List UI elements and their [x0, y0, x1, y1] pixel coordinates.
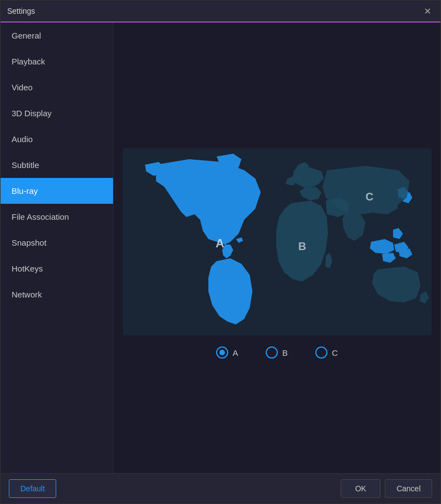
region-b-radio[interactable] [266, 346, 278, 359]
sidebar-item-general[interactable]: General [1, 23, 113, 48]
sidebar-item-hotkeys[interactable]: HotKeys [1, 256, 113, 281]
sidebar-item-snapshot[interactable]: Snapshot [1, 230, 113, 256]
title-bar: Settings ✕ [1, 1, 440, 23]
region-a-option[interactable]: A [216, 346, 238, 359]
close-button[interactable]: ✕ [421, 4, 434, 18]
default-button[interactable]: Default [9, 479, 56, 498]
content-area: General Playback Video 3D Display Audio … [1, 23, 440, 473]
region-a-label: A [233, 348, 238, 357]
main-panel: A B C A B C [114, 23, 440, 473]
region-c-option[interactable]: C [315, 346, 338, 359]
button-group: OK Cancel [341, 479, 432, 498]
sidebar-item-playback[interactable]: Playback [1, 48, 113, 74]
region-b-label: B [282, 348, 288, 357]
ok-button[interactable]: OK [341, 479, 380, 498]
cancel-button[interactable]: Cancel [385, 479, 432, 498]
sidebar-item-file-association[interactable]: File Association [1, 204, 113, 230]
sidebar-item-bluray[interactable]: Blu-ray [1, 178, 113, 204]
window-title: Settings [7, 7, 35, 15]
region-a-radio[interactable] [216, 346, 228, 359]
region-radio-group: A B C [216, 346, 338, 359]
sidebar-item-network[interactable]: Network [1, 281, 113, 307]
region-c-radio[interactable] [315, 346, 327, 359]
sidebar-item-video[interactable]: Video [1, 74, 113, 100]
world-map-svg: A B C [123, 148, 432, 335]
sidebar-item-audio[interactable]: Audio [1, 126, 113, 152]
svg-text:C: C [365, 191, 373, 203]
sidebar-item-3d-display[interactable]: 3D Display [1, 100, 113, 126]
sidebar: General Playback Video 3D Display Audio … [1, 23, 114, 473]
region-b-option[interactable]: B [266, 346, 288, 359]
sidebar-item-subtitle[interactable]: Subtitle [1, 152, 113, 178]
settings-window: Settings ✕ General Playback Video 3D Dis… [0, 0, 441, 504]
region-c-label: C [332, 348, 338, 357]
bottom-bar: Default OK Cancel [1, 473, 440, 503]
svg-text:A: A [216, 236, 224, 250]
svg-text:B: B [298, 240, 306, 252]
world-map-container: A B C [123, 148, 432, 335]
